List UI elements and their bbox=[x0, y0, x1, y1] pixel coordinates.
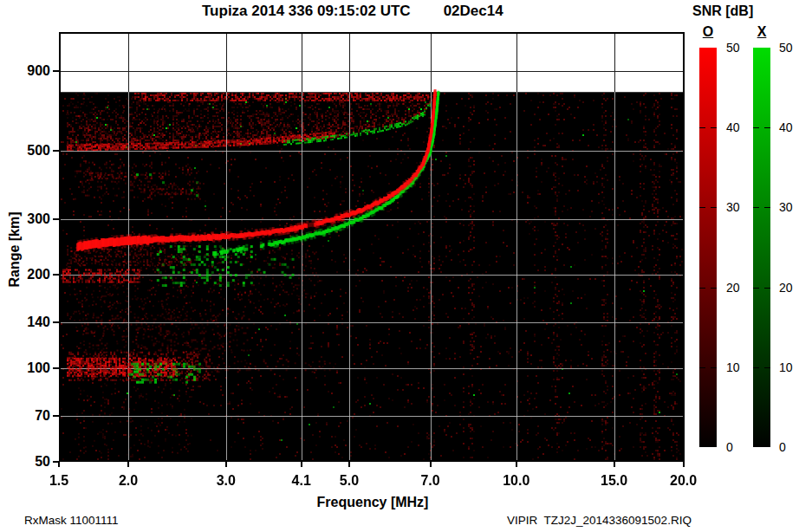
chart-title-row: Tupiza 2014 336 09:15:02 UTC02Dec14 bbox=[202, 3, 503, 20]
colorbar-tick-label: 10 bbox=[779, 360, 793, 375]
colorbar-tick-label: 40 bbox=[726, 120, 740, 135]
footer-filename: VIPIR TZJ2J_2014336091502.RIQ bbox=[507, 514, 692, 527]
chart-date: 02Dec14 bbox=[444, 3, 503, 19]
o-colorbar bbox=[699, 48, 717, 447]
x-tick-label: 5.0 bbox=[323, 473, 375, 489]
ionogram-page: Tupiza 2014 336 09:15:02 UTC02Dec14 SNR … bbox=[0, 0, 799, 532]
colorbar-tick-dash bbox=[699, 367, 705, 368]
x-tick-label: 15.0 bbox=[588, 473, 640, 489]
y-tick-label: 900 bbox=[0, 63, 50, 79]
colorbar-tick-dash bbox=[699, 127, 705, 128]
x-tick-label: 10.0 bbox=[490, 473, 542, 489]
footer-rxmask: RxMask 11001111 bbox=[24, 514, 119, 527]
colorbar-tick-dash bbox=[753, 127, 759, 128]
o-mode-label: O bbox=[699, 24, 717, 40]
colorbar-tick-label: 0 bbox=[726, 439, 733, 455]
x-tick-label: 7.0 bbox=[405, 473, 457, 489]
x-tick-label: 20.0 bbox=[658, 473, 710, 489]
plot-canvas bbox=[52, 30, 693, 474]
x-axis-title: Frequency [MHz] bbox=[286, 495, 459, 510]
colorbar-tick-dash bbox=[753, 367, 759, 368]
colorbar-tick-label: 30 bbox=[779, 199, 793, 215]
x-tick-label: 1.5 bbox=[33, 473, 85, 489]
x-mode-label: X bbox=[753, 24, 770, 40]
chart-title: Tupiza 2014 336 09:15:02 UTC bbox=[202, 3, 411, 19]
colorbar-tick-dash bbox=[764, 367, 770, 368]
colorbar-tick-label: 0 bbox=[779, 439, 786, 455]
colorbar-tick-dash bbox=[764, 207, 770, 208]
colorbar-tick-dash bbox=[699, 288, 705, 289]
colorbar-tick-label: 50 bbox=[779, 40, 793, 55]
colorbar-tick-label: 40 bbox=[779, 120, 793, 135]
y-tick-label: 100 bbox=[0, 360, 50, 376]
x-colorbar bbox=[753, 48, 770, 447]
colorbar-tick-label: 30 bbox=[726, 199, 740, 215]
colorbar-tick-label: 10 bbox=[726, 360, 740, 375]
colorbar-tick-dash bbox=[753, 288, 759, 289]
colorbar-tick-dash bbox=[711, 288, 717, 289]
x-tick-label: 3.0 bbox=[200, 473, 252, 489]
colorbar-tick-label: 50 bbox=[726, 40, 740, 55]
colorbar-tick-dash bbox=[753, 207, 759, 208]
colorbar-title: SNR [dB] bbox=[692, 3, 753, 19]
y-tick-label: 500 bbox=[0, 143, 50, 159]
y-axis-title: Range [km] bbox=[7, 202, 24, 297]
y-tick-label: 70 bbox=[0, 408, 50, 424]
colorbar-tick-dash bbox=[711, 367, 717, 368]
colorbar-tick-label: 20 bbox=[779, 280, 793, 295]
x-tick-label: 4.1 bbox=[276, 473, 328, 489]
y-tick-label: 140 bbox=[0, 315, 50, 330]
colorbar-tick-dash bbox=[764, 127, 770, 128]
colorbar-tick-dash bbox=[711, 207, 717, 208]
y-tick-label: 50 bbox=[0, 454, 50, 470]
colorbar-tick-dash bbox=[699, 207, 705, 208]
colorbar-tick-dash bbox=[711, 127, 717, 128]
colorbar-tick-dash bbox=[764, 288, 770, 289]
colorbar-tick-label: 20 bbox=[726, 280, 740, 295]
x-tick-label: 2.0 bbox=[102, 473, 154, 489]
